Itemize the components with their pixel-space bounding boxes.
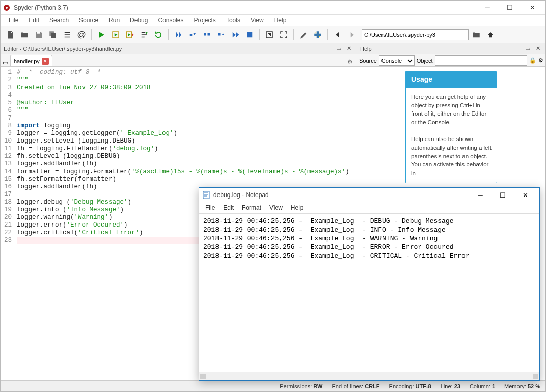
- new-file-button[interactable]: [4, 28, 17, 41]
- editor-tab-handler[interactable]: handler.py ✕: [10, 55, 52, 66]
- help-source-label: Source: [359, 58, 377, 64]
- editor-close-button[interactable]: ✕: [344, 44, 353, 53]
- usage-heading: Usage: [406, 71, 497, 88]
- menu-item-help[interactable]: Help: [269, 16, 292, 25]
- svg-rect-2: [37, 32, 40, 34]
- editor-tab-row: ▭ handler.py ✕ ⚙: [1, 54, 357, 67]
- notepad-maximize-button[interactable]: ☐: [492, 188, 514, 202]
- menu-item-file[interactable]: File: [4, 16, 23, 25]
- window-title: Spyder (Python 3.7): [14, 4, 476, 11]
- notepad-menubar: FileEditFormatViewHelp: [199, 202, 539, 213]
- svg-rect-5: [190, 34, 193, 37]
- python-path-button[interactable]: [311, 28, 324, 41]
- svg-point-1: [6, 7, 8, 9]
- save-all-button[interactable]: [46, 28, 60, 41]
- help-pane-title: Help: [360, 46, 372, 52]
- svg-rect-12: [203, 191, 209, 199]
- menu-item-source[interactable]: Source: [74, 16, 103, 25]
- editor-options-button[interactable]: ⚙: [345, 57, 354, 66]
- notepad-menu-view[interactable]: View: [265, 203, 287, 212]
- tab-close-icon[interactable]: ✕: [42, 58, 49, 65]
- file-switcher-button[interactable]: ▭: [3, 59, 8, 66]
- nav-back-button[interactable]: [331, 28, 344, 41]
- rerun-button[interactable]: [152, 28, 165, 41]
- nav-forward-button[interactable]: [345, 28, 359, 41]
- step-into-button[interactable]: [200, 28, 213, 41]
- maximize-pane-button[interactable]: [263, 28, 276, 41]
- svg-rect-7: [208, 33, 210, 36]
- maximize-button[interactable]: ☐: [499, 1, 521, 15]
- step-over-button[interactable]: [186, 28, 199, 41]
- statusbar: Permissions: RW End-of-lines: CRLF Encod…: [1, 380, 545, 391]
- usage-text-1: Here you can get help of any object by p…: [411, 93, 492, 127]
- help-close-button[interactable]: ✕: [533, 44, 542, 53]
- menu-item-search[interactable]: Search: [44, 16, 74, 25]
- notepad-close-button[interactable]: ✕: [514, 188, 536, 202]
- stop-debug-button[interactable]: [243, 28, 256, 41]
- continue-button[interactable]: [229, 28, 242, 41]
- editor-undock-button[interactable]: ▭: [334, 44, 343, 53]
- editor-pane-header: Editor - C:\Users\IEUser\.spyder-py3\han…: [1, 43, 357, 54]
- open-file-button[interactable]: [18, 28, 31, 41]
- menubar: FileEditSearchSourceRunDebugConsolesProj…: [1, 15, 545, 26]
- help-object-label: Object: [417, 58, 433, 64]
- help-object-input[interactable]: [435, 55, 527, 66]
- parent-dir-button[interactable]: [484, 28, 497, 41]
- svg-point-11: [319, 36, 320, 37]
- notepad-text-area[interactable]: 2018-11-29 00:46:25,256 - Example_Log - …: [199, 213, 539, 372]
- spyder-icon: [3, 4, 11, 12]
- minimize-button[interactable]: ─: [476, 1, 499, 15]
- notepad-menu-file[interactable]: File: [201, 203, 219, 212]
- notepad-titlebar[interactable]: debug.log - Notepad ─ ☐ ✕: [199, 188, 539, 202]
- close-button[interactable]: ✕: [521, 1, 543, 15]
- notepad-icon: [202, 191, 210, 199]
- svg-point-10: [315, 32, 316, 33]
- editor-pane-title: Editor - C:\Users\IEUser\.spyder-py3\han…: [4, 46, 122, 52]
- run-selection-button[interactable]: [138, 28, 151, 41]
- run-cell-advance-button[interactable]: [123, 28, 137, 41]
- notepad-menu-help[interactable]: Help: [287, 203, 308, 212]
- run-button[interactable]: [95, 28, 108, 41]
- save-button[interactable]: [32, 28, 45, 41]
- menu-item-projects[interactable]: Projects: [189, 16, 221, 25]
- help-undock-button[interactable]: ▭: [523, 44, 532, 53]
- help-pane-header: Help ▭ ✕: [357, 43, 545, 54]
- notepad-minimize-button[interactable]: ─: [469, 188, 492, 202]
- toolbar: @: [1, 26, 545, 43]
- debug-button[interactable]: [172, 28, 185, 41]
- menu-item-consoles[interactable]: Consoles: [153, 16, 188, 25]
- notepad-window[interactable]: debug.log - Notepad ─ ☐ ✕ FileEditFormat…: [199, 187, 540, 381]
- at-icon[interactable]: @: [75, 28, 88, 41]
- fullscreen-button[interactable]: [277, 28, 290, 41]
- help-lock-icon[interactable]: 🔒: [529, 57, 536, 64]
- editor-tab-label: handler.py: [14, 58, 40, 64]
- working-dir-input[interactable]: [362, 29, 469, 40]
- list-icon[interactable]: [61, 28, 74, 41]
- browse-dir-button[interactable]: [470, 28, 483, 41]
- menu-item-debug[interactable]: Debug: [125, 16, 153, 25]
- notepad-horizontal-scrollbar[interactable]: [199, 372, 539, 380]
- help-controls: Source Console Object 🔒 ⚙: [357, 54, 545, 67]
- titlebar: Spyder (Python 3.7) ─ ☐ ✕: [1, 1, 545, 15]
- svg-rect-6: [204, 33, 206, 36]
- notepad-menu-format[interactable]: Format: [238, 203, 265, 212]
- notepad-title: debug.log - Notepad: [213, 191, 469, 199]
- help-options-button[interactable]: ⚙: [538, 57, 543, 64]
- svg-rect-8: [247, 32, 253, 38]
- run-cell-button[interactable]: [109, 28, 122, 41]
- notepad-menu-edit[interactable]: Edit: [219, 203, 238, 212]
- help-source-select[interactable]: Console: [379, 55, 415, 66]
- step-out-button[interactable]: [214, 28, 228, 41]
- menu-item-tools[interactable]: Tools: [221, 16, 245, 25]
- menu-item-run[interactable]: Run: [103, 16, 125, 25]
- menu-item-edit[interactable]: Edit: [23, 16, 44, 25]
- usage-text-2: Help can also be shown automatically aft…: [411, 135, 492, 177]
- menu-item-view[interactable]: View: [245, 16, 269, 25]
- preferences-button[interactable]: [297, 28, 310, 41]
